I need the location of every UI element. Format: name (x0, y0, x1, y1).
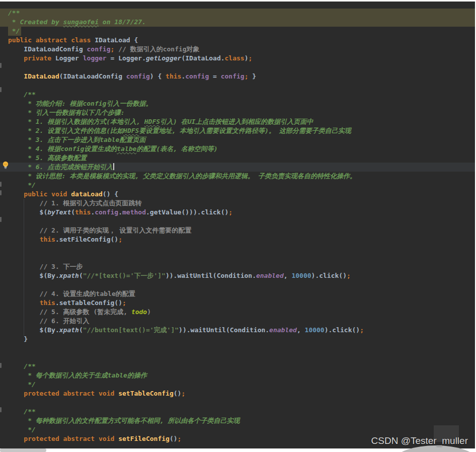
code-line[interactable] (0, 244, 475, 253)
code-token: ; (347, 272, 351, 279)
code-token: * Created by (8, 18, 63, 26)
code-line[interactable] (0, 81, 475, 90)
code-line[interactable]: * 2. 设置引入文件的信息(比如HDFS要设置地址, 本地引入需要设置文件路径… (0, 126, 475, 135)
code-line[interactable]: // 5. 高级参数 (暂未完成, todo) (0, 308, 475, 317)
code-token: } (8, 335, 28, 343)
code-token: config (87, 45, 111, 53)
code-line[interactable]: * 设计思想: 本类是模板模式的实现, 父类定义数据引入的步骤和共用逻辑。 子类… (0, 172, 475, 181)
code-line[interactable]: */ (0, 425, 475, 434)
code-line[interactable]: protected abstract void setTableConfig()… (0, 389, 475, 398)
code-line[interactable]: * Created by sungaofei on 18/7/27. (0, 18, 475, 27)
code-token: this (40, 299, 55, 307)
code-line[interactable]: */ (0, 27, 475, 36)
code-line[interactable]: this.setTableConfig(); (0, 298, 475, 308)
code-token: , (297, 326, 305, 334)
code-line[interactable]: $(By.xpath("//*[text()='下一步']")).waitUnt… (0, 271, 475, 280)
code-line[interactable]: /** (0, 407, 475, 416)
code-line[interactable]: * 功能介绍: 根据config引入一份数据。 (0, 99, 475, 108)
code-token: . (118, 208, 122, 216)
code-token: * 每个数据引入的关于生成table的操作 (8, 371, 147, 379)
code-line[interactable]: * 4. 根据config设置生成的talbe的配置(表名, 名称空间等) (0, 144, 475, 154)
code-line[interactable] (0, 63, 475, 72)
code-line[interactable]: /** (0, 9, 475, 18)
code-token: ; (228, 208, 232, 216)
code-token: /** (8, 9, 20, 17)
code-token: .getValue())).click() (146, 208, 228, 216)
code-line[interactable]: * 引入一份数据有以下几个步骤: (0, 108, 475, 117)
code-token: ; (178, 435, 182, 442)
code-token: */ (8, 27, 20, 35)
code-line[interactable]: $(byText(this.config.method.getValue()))… (0, 208, 475, 217)
code-token: IDataLoad (95, 36, 130, 44)
code-line[interactable]: * 5. 高级参数配置 (0, 154, 475, 163)
code-token: this (166, 72, 181, 80)
code-line[interactable]: */ (0, 380, 475, 389)
code-line[interactable]: /** (0, 362, 475, 371)
code-line[interactable]: // 3. 下一步 (0, 262, 475, 271)
code-token: /** (8, 408, 36, 415)
code-token: xpath (59, 326, 79, 334)
code-line[interactable]: IDataLoad(IDataLoadConfig config) { this… (0, 72, 475, 81)
code-line[interactable]: private Logger logger = Logger.getLogger… (0, 54, 475, 63)
code-line[interactable]: * 每个数据引入的关于生成table的操作 (0, 371, 475, 380)
code-token: getLogger (146, 54, 181, 62)
code-editor[interactable]: /** * Created by sungaofei on 18/7/27. *… (0, 2, 475, 448)
code-line[interactable]: IDataLoadConfig config; // 数据引入的config对象 (0, 45, 475, 54)
code-line[interactable] (0, 353, 475, 362)
code-token: dataLoad (71, 190, 103, 198)
code-token: setFileConfig (118, 435, 170, 442)
code-token: enabled (269, 326, 297, 334)
text-caret (113, 163, 114, 170)
code-token: config (95, 208, 118, 216)
code-line[interactable]: // 6. 开始引入 (0, 317, 475, 326)
intention-lightbulb-icon[interactable] (2, 161, 10, 170)
code-line[interactable]: this.setFileConfig(); (0, 235, 475, 244)
code-line[interactable]: * 3. 点击下一步进入到table配置页面 (0, 135, 475, 144)
code-token: $(By. (8, 272, 59, 279)
code-line[interactable]: * 1. 根据引入数据的方式(本地引入, HDFS引入) 在UI上点击按钮进入到… (0, 117, 475, 126)
code-token: .setTableConfig() (55, 299, 122, 307)
code-line[interactable]: // 4. 设置生成的table的配置 (0, 289, 475, 298)
code-token: HDFS (144, 118, 160, 125)
code-line[interactable]: public abstract class IDataLoad { (0, 36, 475, 45)
code-token: ; (249, 54, 253, 62)
code-token: // 6. 开始引入 (8, 317, 90, 325)
code-token: (IDataLoad. (181, 54, 224, 62)
code-line[interactable] (0, 253, 475, 262)
code-token: ; (245, 72, 249, 80)
code-token (8, 390, 24, 397)
code-token: public void (24, 190, 71, 198)
screenshot-root: { "watermark": { "text": "CSDN @Tester_m… (0, 0, 476, 452)
code-line[interactable]: /** (0, 90, 475, 99)
code-token: // 5. 高级参数 (暂未完成, (8, 308, 131, 316)
code-line[interactable]: } (0, 335, 475, 344)
code-line[interactable] (0, 398, 475, 407)
code-line[interactable]: * 6. 点击完成按钮开始引入 (0, 163, 475, 172)
bottom-left-bar (0, 448, 46, 452)
code-token: { (130, 36, 138, 44)
code-line[interactable]: // 2. 调用子类的实现， 设置引入文件需要的配置 (0, 226, 475, 235)
code-token: Logger (55, 54, 83, 62)
code-line[interactable]: */ (0, 181, 475, 190)
code-line[interactable]: * 每种数据引入的文件配置方式可能各不相同, 所以由各个子类自己实现 (0, 416, 475, 425)
code-token: * 引入一份数据有以下几个步骤: (8, 109, 125, 116)
code-token: */ (8, 426, 36, 433)
code-token: ) (245, 54, 249, 62)
code-token: * 功能介绍: 根据config引入一份数据。 (8, 100, 152, 107)
code-token: * 3. 点击下一步进入到table配置页面 (8, 136, 145, 143)
code-line[interactable] (0, 344, 475, 353)
code-token: todo (131, 308, 147, 316)
code-area[interactable]: /** * Created by sungaofei on 18/7/27. *… (0, 9, 475, 443)
code-token: // 3. 下一步 (8, 263, 83, 270)
code-line[interactable]: public void dataLoad() { (0, 190, 475, 199)
code-token: () (174, 390, 182, 397)
code-line[interactable]: $(By.xpath("//button[text()='完成']")).wai… (0, 326, 475, 335)
code-token: enabled (256, 272, 284, 279)
code-token: // 2. 调用子类的实现， 设置引入文件需要的配置 (8, 227, 191, 234)
code-token: $(By. (8, 326, 59, 334)
code-token: ) (147, 308, 151, 316)
code-token: protected abstract void (24, 435, 118, 442)
code-line[interactable] (0, 280, 475, 289)
code-line[interactable] (0, 217, 475, 226)
code-line[interactable]: // 1. 根据引入方式点击页面跳转 (0, 199, 475, 208)
